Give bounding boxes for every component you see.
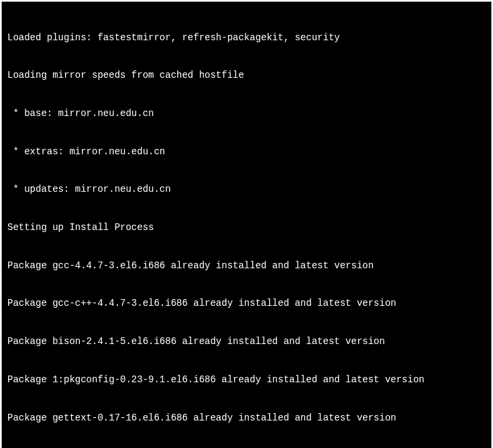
terminal-line: * updates: mirror.neu.edu.cn bbox=[7, 183, 486, 196]
terminal-line: Loading mirror speeds from cached hostfi… bbox=[7, 69, 486, 82]
terminal-line: * base: mirror.neu.edu.cn bbox=[7, 107, 486, 120]
terminal-line: Package gcc-4.4.7-3.el6.i686 already ins… bbox=[7, 260, 486, 272]
terminal-line: Setting up Install Process bbox=[7, 221, 486, 234]
terminal-line: Package gettext-0.17-16.el6.i686 already… bbox=[7, 412, 486, 425]
terminal-line: * extras: mirror.neu.edu.cn bbox=[7, 146, 486, 158]
terminal-line: Package bison-2.4.1-5.el6.i686 already i… bbox=[7, 335, 486, 348]
terminal-line: Package gcc-c++-4.4.7-3.el6.i686 already… bbox=[7, 297, 486, 310]
terminal-line: Loaded plugins: fastestmirror, refresh-p… bbox=[7, 32, 486, 44]
terminal-output-1: Loaded plugins: fastestmirror, refresh-p… bbox=[1, 1, 492, 448]
terminal-line: Package 1:pkgconfig-0.23-9.1.el6.i686 al… bbox=[7, 374, 486, 386]
